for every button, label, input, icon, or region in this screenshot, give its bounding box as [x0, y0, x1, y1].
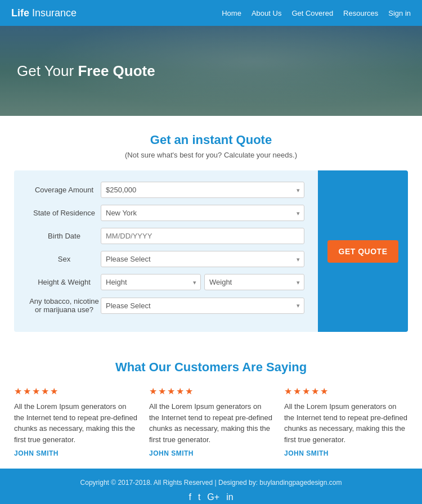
testimonial-text-1: All the Lorem Ipsum generators on the In…	[14, 401, 138, 445]
coverage-select[interactable]: $250,000	[101, 182, 304, 198]
get-quote-button[interactable]: GET QUOTE	[327, 240, 399, 263]
testimonial-card-3: ★★★★★ All the Lorem Ipsum generators on …	[284, 386, 408, 457]
nav-signin[interactable]: Sign in	[388, 9, 411, 17]
birth-row: Birth Date	[28, 228, 304, 244]
quote-title: Get an instant Quote	[11, 133, 411, 147]
height-weight-row: Height & Weight Height Weight	[28, 274, 304, 290]
hero-section: Get Your Free Quote	[0, 26, 422, 116]
logo: Life Insurance	[11, 7, 77, 19]
testimonial-card-2: ★★★★★ All the Lorem Ipsum generators on …	[149, 386, 273, 457]
quote-section: Get an instant Quote (Not sure what's be…	[0, 116, 422, 343]
height-select-wrapper: Height	[101, 274, 201, 290]
tobacco-select-wrapper: Please Select	[101, 298, 304, 314]
coverage-row: Coverage Amount $250,000	[28, 182, 304, 198]
navigation: Life Insurance Home About Us Get Covered…	[0, 0, 422, 26]
state-select[interactable]: New York	[101, 205, 304, 221]
logo-rest: Insurance	[29, 7, 77, 19]
testimonial-card-1: ★★★★★ All the Lorem Ipsum generators on …	[14, 386, 138, 457]
sex-select-wrapper: Please Select	[101, 251, 304, 267]
hero-text-prefix: Get Your	[17, 62, 78, 79]
testimonial-author-3: JOHN SMITH	[284, 449, 408, 457]
footer-socials: f t G+ in	[11, 492, 411, 502]
quote-form-container: Coverage Amount $250,000 State of Reside…	[14, 170, 408, 332]
tobacco-label: Any tobacco, nicotine or marijuana use?	[28, 297, 101, 314]
birth-input[interactable]	[101, 228, 304, 244]
social-googleplus[interactable]: G+	[207, 492, 219, 502]
social-linkedin[interactable]: in	[226, 492, 233, 502]
state-label: State of Residence	[28, 209, 101, 217]
testimonials-title: What Our Customers Are Saying	[11, 360, 411, 375]
nav-covered[interactable]: Get Covered	[291, 9, 333, 17]
tobacco-select[interactable]: Please Select	[101, 298, 304, 314]
testimonials-grid: ★★★★★ All the Lorem Ipsum generators on …	[14, 386, 408, 457]
state-row: State of Residence New York	[28, 205, 304, 221]
hero-text-bold: Free Quote	[78, 62, 155, 79]
stars-2: ★★★★★	[149, 386, 273, 397]
form-cta: GET QUOTE	[318, 170, 408, 332]
social-twitter[interactable]: t	[198, 492, 200, 502]
quote-subtitle: (Not sure what's best for you? Calculate…	[11, 151, 411, 159]
testimonial-author-2: JOHN SMITH	[149, 449, 273, 457]
hero-headline: Get Your Free Quote	[17, 62, 155, 80]
birth-label: Birth Date	[28, 232, 101, 240]
state-select-wrapper: New York	[101, 205, 304, 221]
weight-select-wrapper: Weight	[204, 274, 304, 290]
height-select[interactable]: Height	[101, 274, 201, 290]
coverage-label: Coverage Amount	[28, 186, 101, 194]
stars-3: ★★★★★	[284, 386, 408, 397]
footer-copyright: Copyright © 2017-2018. All Rights Reserv…	[11, 479, 411, 487]
stars-1: ★★★★★	[14, 386, 138, 397]
nav-about[interactable]: About Us	[252, 9, 281, 17]
testimonial-text-2: All the Lorem Ipsum generators on the In…	[149, 401, 273, 445]
height-weight-group: Height Weight	[101, 274, 304, 290]
sex-row: Sex Please Select	[28, 251, 304, 267]
form-fields: Coverage Amount $250,000 State of Reside…	[14, 170, 318, 332]
nav-links: Home About Us Get Covered Resources Sign…	[222, 9, 411, 17]
nav-resources[interactable]: Resources	[343, 9, 378, 17]
testimonial-author-1: JOHN SMITH	[14, 449, 138, 457]
sex-label: Sex	[28, 255, 101, 263]
coverage-select-wrapper: $250,000	[101, 182, 304, 198]
sex-select[interactable]: Please Select	[101, 251, 304, 267]
testimonial-text-3: All the Lorem Ipsum generators on the In…	[284, 401, 408, 445]
footer: Copyright © 2017-2018. All Rights Reserv…	[0, 469, 422, 504]
social-facebook[interactable]: f	[188, 492, 191, 502]
height-weight-label: Height & Weight	[28, 278, 101, 286]
hero-content: Get Your Free Quote	[17, 62, 155, 80]
tobacco-row: Any tobacco, nicotine or marijuana use? …	[28, 297, 304, 314]
logo-strong: Life	[11, 7, 29, 19]
weight-select[interactable]: Weight	[204, 274, 304, 290]
nav-home[interactable]: Home	[222, 9, 241, 17]
testimonials-section: What Our Customers Are Saying ★★★★★ All …	[0, 343, 422, 469]
